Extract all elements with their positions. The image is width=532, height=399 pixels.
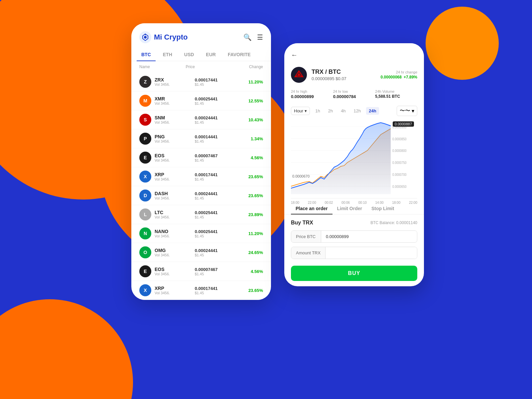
- coin-price-usd: $1.45: [195, 234, 235, 238]
- time-btn-1h[interactable]: 1h: [313, 107, 323, 115]
- coin-symbol: LTC: [155, 210, 195, 215]
- coin-row[interactable]: M XMR Vol 3456. 0.00025441 $1.45 12.55%: [131, 91, 271, 110]
- coin-price-col: 0.00014441 $1.45: [195, 134, 235, 143]
- time-btn-24h[interactable]: 24h: [366, 107, 379, 115]
- price-input[interactable]: [321, 231, 417, 242]
- left-phone: Mi Crypto 🔍 ☰ BTC ETH USD EUR FAVORITE N…: [131, 23, 271, 300]
- buy-button[interactable]: BUY: [291, 266, 417, 281]
- coin-detail-info: TRX / BTC 0.00000895 $0.07: [312, 68, 376, 81]
- coin-price-usd: $1.45: [195, 291, 235, 295]
- coin-icon: X: [139, 284, 151, 296]
- back-button[interactable]: ←: [291, 51, 298, 59]
- change-abs: 0.00000068: [381, 75, 402, 79]
- coin-row[interactable]: P PNG Vol 3456. 0.00014441 $1.45 1.34%: [131, 129, 271, 148]
- coin-row[interactable]: D DASH Vol 3456. 0.00024441 $1.45 23.65%: [131, 186, 271, 205]
- price-label: Price BTC: [291, 231, 321, 242]
- coin-price-col: 0.00025441 $1.45: [195, 229, 235, 238]
- coin-symbol: XRP: [155, 172, 195, 177]
- order-title-row: Buy TRX BTC Balance: 0.00001140: [291, 220, 417, 226]
- trx-icon: [291, 67, 307, 83]
- coin-price-col: 0.00017441 $1.45: [195, 172, 235, 181]
- coin-change: 23.65%: [235, 174, 263, 179]
- coin-vol: Vol 3456.: [155, 82, 195, 86]
- coin-vol: Vol 3456.: [155, 196, 195, 200]
- menu-icon[interactable]: ☰: [257, 33, 263, 41]
- svg-point-1: [144, 36, 147, 39]
- x-label-7: 18:00: [392, 201, 400, 204]
- amount-input[interactable]: [326, 247, 417, 259]
- coin-row[interactable]: O OMG Vol 3456. 0.00024441 $1.45 24.65%: [131, 243, 271, 262]
- coin-price-col: 0.00024441 $1.45: [195, 191, 235, 200]
- coin-price-col: 0.00017441 $1.45: [195, 286, 235, 295]
- coin-vol: Vol 3456.: [155, 253, 195, 257]
- coin-row[interactable]: X XRP Vol 3456. 0.00017441 $1.45 23.65%: [131, 281, 271, 300]
- coin-vol: Vol 3456.: [155, 177, 195, 181]
- coin-row[interactable]: S SNM Vol 3456. 0.00024441 $1.45 10.43%: [131, 110, 271, 129]
- header-icons: 🔍 ☰: [243, 33, 263, 41]
- change-area: 24 hr change 0.00000068 +7.89%: [381, 70, 417, 79]
- pair-name: TRX / BTC: [312, 68, 376, 75]
- svg-text:0.0000850: 0.0000850: [392, 137, 407, 141]
- tab-eur[interactable]: EUR: [201, 49, 220, 61]
- pair-price-usd: $0.07: [335, 76, 346, 81]
- time-btn-2h[interactable]: 2h: [326, 107, 335, 115]
- time-btn-4h[interactable]: 4h: [338, 107, 348, 115]
- x-label-6: 14:00: [375, 201, 384, 204]
- coin-info: XRP Vol 3456.: [155, 172, 195, 181]
- coin-price-usd: $1.45: [195, 101, 235, 105]
- coin-row[interactable]: N NANO Vol 3456. 0.00025441 $1.45 11.20%: [131, 224, 271, 243]
- coin-info: ZRX Vol 3456.: [155, 77, 195, 86]
- coin-price-val: 0.00014441: [195, 134, 235, 139]
- amount-field-row: Amount TRX: [291, 247, 417, 259]
- tab-eth[interactable]: ETH: [158, 49, 177, 61]
- search-icon[interactable]: 🔍: [243, 33, 252, 41]
- stat-low-label: 24 hr low: [333, 89, 375, 93]
- coin-change: 23.89%: [235, 212, 263, 217]
- phones-container: Mi Crypto 🔍 ☰ BTC ETH USD EUR FAVORITE N…: [50, 17, 505, 382]
- svg-point-4: [298, 73, 300, 76]
- phone-header: Mi Crypto 🔍 ☰: [131, 23, 271, 49]
- stat-high-val: 0.00000899: [291, 94, 333, 99]
- coin-change: 23.65%: [235, 193, 263, 198]
- col-header-name: Name: [139, 65, 186, 69]
- chart-type-chevron: ▾: [412, 108, 414, 114]
- coin-change: 4.56%: [235, 155, 263, 160]
- stat-vol-label: 24h Volume: [375, 89, 417, 93]
- coin-symbol: PNG: [155, 134, 195, 139]
- coin-row[interactable]: X XRP Vol 3456. 0.00017441 $1.45 23.65%: [131, 167, 271, 186]
- coin-icon: M: [139, 95, 151, 107]
- coin-price-usd: $1.45: [195, 177, 235, 181]
- right-phone: ← TRX / BTC 0.00000895 $0.07 24 hr chang…: [284, 43, 424, 286]
- tab-usd[interactable]: USD: [180, 49, 199, 61]
- change-pct: +7.89%: [404, 75, 417, 79]
- coin-info: DASH Vol 3456.: [155, 191, 195, 200]
- coin-info: NANO Vol 3456.: [155, 229, 195, 238]
- chart-label-left: 0.0000670: [292, 174, 310, 178]
- coin-vol: Vol 3456.: [155, 158, 195, 162]
- coin-symbol: ZRX: [155, 77, 195, 82]
- time-btn-12h[interactable]: 12h: [351, 107, 364, 115]
- price-field-row: Price BTC: [291, 230, 417, 243]
- stat-vol: 24h Volume 5,588.51 BTC: [375, 89, 417, 99]
- coin-row[interactable]: Z ZRX Vol 3456. 0.00017441 $1.45 11.20%: [131, 72, 271, 91]
- time-select-dropdown[interactable]: Hour ▾: [291, 107, 310, 115]
- btc-balance: BTC Balance: 0.00001140: [370, 220, 417, 225]
- coin-change: 4.56%: [235, 269, 263, 274]
- coin-row[interactable]: L LTC Vol 3456. 0.00025441 $1.45 23.89%: [131, 205, 271, 224]
- coin-change: 1.34%: [235, 136, 263, 141]
- coin-price-col: 0.00025441 $1.45: [195, 96, 235, 105]
- tab-btc[interactable]: BTC: [137, 49, 156, 61]
- coin-row[interactable]: E EOS Vol 3456. 0.00007467 $1.45 4.56%: [131, 262, 271, 281]
- coin-icon: P: [139, 133, 151, 145]
- coin-price-col: 0.00007467 $1.45: [195, 267, 235, 276]
- coin-price-usd: $1.45: [195, 139, 235, 143]
- coin-list: Z ZRX Vol 3456. 0.00017441 $1.45 11.20% …: [131, 72, 271, 300]
- tab-favorite[interactable]: FAVORITE: [223, 49, 255, 61]
- coin-row[interactable]: E EOS Vol 3456. 0.00007467 $1.45 4.56%: [131, 148, 271, 167]
- chart-type-button[interactable]: 〜〜 ▾: [397, 106, 417, 116]
- stat-vol-val: 5,588.51 BTC: [375, 94, 417, 99]
- order-title: Buy TRX: [291, 220, 313, 226]
- coin-info: XMR Vol 3456.: [155, 96, 195, 105]
- coin-price-val: 0.00017441: [195, 77, 235, 82]
- coin-change: 23.65%: [235, 288, 263, 293]
